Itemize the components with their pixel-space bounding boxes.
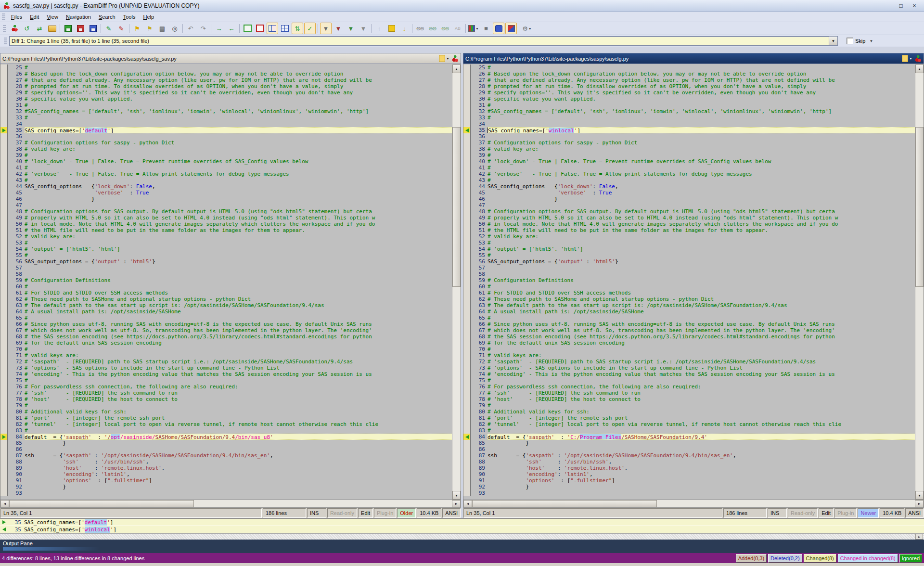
menu-item-files[interactable]: Files	[7, 13, 26, 21]
options-button[interactable]: ⚙▼	[521, 23, 533, 34]
code-line-left-45[interactable]: 45 'verbose' : True	[0, 190, 452, 196]
code-line-right-74[interactable]: 74# 'encoding' - This is the python enco…	[463, 371, 915, 377]
code-line-right-82[interactable]: 82# 'tunnel' - [integer] local port to o…	[463, 421, 915, 427]
code-line-right-59[interactable]: 59# Configuration Definitions	[463, 277, 915, 283]
find-next-button[interactable]: ◎◎	[427, 23, 438, 34]
code-line-left-79[interactable]: 79#	[0, 402, 452, 409]
code-line-right-61[interactable]: 61# For STDIO and STDIO over SSH access …	[463, 290, 915, 296]
second-header-copy-icon[interactable]: ▼	[902, 55, 912, 62]
code-line-right-50[interactable]: 50# in local mode. Note that HTML 4.0 wi…	[463, 221, 915, 227]
code-line-left-46[interactable]: 46 }	[0, 196, 452, 202]
code-line-right-48[interactable]: 48# Configuration options for SAS output…	[463, 208, 915, 215]
hscroll-left-button[interactable]: ◄	[463, 500, 472, 507]
second-editor-vscrollbar[interactable]: ▲ ▼	[915, 64, 924, 500]
code-line-left-36[interactable]: 36	[0, 133, 452, 140]
next-difference-button[interactable]: ↓	[398, 23, 410, 34]
code-line-right-77[interactable]: 77# 'ssh' - [REQUIRED] the ssh command t…	[463, 390, 915, 396]
vscroll-down-button[interactable]: ▼	[452, 491, 461, 500]
code-line-left-56[interactable]: 56SAS_output_options = {'output' : 'html…	[0, 258, 452, 265]
code-line-left-75[interactable]: 75#	[0, 377, 452, 384]
second-header-cherries-icon[interactable]	[914, 55, 922, 62]
code-line-left-47[interactable]: 47	[0, 202, 452, 208]
code-line-left-92[interactable]: 92 }	[0, 484, 452, 490]
code-line-right-72[interactable]: 72# 'saspath' - [REQUIRED] path to SAS s…	[463, 359, 915, 365]
editor-options-button[interactable]	[505, 23, 517, 34]
code-line-right-26[interactable]: 26# Based upon the lock_down configurati…	[463, 71, 915, 77]
open-files-button[interactable]	[46, 23, 58, 34]
code-line-right-44[interactable]: 44SAS_config_options = {'lock_down': Fal…	[463, 183, 915, 190]
code-line-right-41[interactable]: 41#	[463, 165, 915, 171]
code-line-right-28[interactable]: 28# prompted for at run time. To dissall…	[463, 83, 915, 90]
first-editor[interactable]: 25#26# Based upon the lock_down configur…	[0, 64, 461, 500]
code-line-left-89[interactable]: 89 'host' : 'remote.linux.host',	[0, 465, 452, 471]
code-line-right-89[interactable]: 89 'host' : 'remote.linux.host',	[463, 465, 915, 471]
first-header-cherries-icon[interactable]	[451, 55, 459, 62]
code-line-left-59[interactable]: 59# Configuration Definitions	[0, 277, 452, 283]
code-line-right-81[interactable]: 81# 'port' - [integer] the remote ssh po…	[463, 415, 915, 421]
find-button[interactable]: ◎◎	[414, 23, 426, 34]
undo-button[interactable]: ↶	[185, 23, 196, 34]
hscroll-track[interactable]	[657, 500, 915, 507]
save-both-files-button[interactable]	[87, 23, 99, 34]
redo-button[interactable]: ↷	[197, 23, 209, 34]
plugins-button[interactable]	[493, 23, 504, 34]
code-line-left-80[interactable]: 80# Additional valid keys for ssh:	[0, 409, 452, 415]
code-line-left-78[interactable]: 78# 'host' - [REQUIRED] the host to conn…	[0, 396, 452, 402]
code-line-right-84[interactable]: 84default = {'saspath' : 'C:/Program Fil…	[463, 434, 915, 440]
hscroll-left-button[interactable]: ◄	[0, 500, 9, 507]
hscroll-thumb[interactable]	[472, 500, 657, 507]
code-line-left-51[interactable]: 51# the HTML file will need to be put in…	[0, 227, 452, 233]
menu-item-tools[interactable]: Tools	[119, 13, 140, 21]
code-line-left-93[interactable]: 93	[0, 490, 452, 496]
menu-item-help[interactable]: Help	[139, 13, 158, 21]
code-line-left-86[interactable]: 86	[0, 446, 452, 452]
code-line-right-64[interactable]: 64# A usual install path is: /opt/sasins…	[463, 309, 915, 315]
code-line-left-82[interactable]: 82# 'tunnel' - [integer] local port to o…	[0, 421, 452, 427]
find-previous-button[interactable]: ◎◎	[439, 23, 451, 34]
diff-detail-row[interactable]: 35SAS_config_names=['default']	[0, 519, 924, 526]
code-line-left-39[interactable]: 39#	[0, 152, 452, 158]
code-line-right-27[interactable]: 27# that are defined already. Any necess…	[463, 77, 915, 83]
code-line-right-57[interactable]: 57	[463, 265, 915, 271]
code-line-left-81[interactable]: 81# 'port' - [integer] the remote ssh po…	[0, 415, 452, 421]
show-differences-button[interactable]: ✓	[304, 23, 316, 34]
code-line-left-29[interactable]: 29# specify options=''. This way it's sp…	[0, 90, 452, 96]
code-line-right-65[interactable]: 65#	[463, 315, 915, 321]
split-vertically-button[interactable]	[267, 23, 278, 34]
code-line-left-32[interactable]: 32#SAS_config_names = ['default', 'ssh',…	[0, 108, 452, 115]
code-line-right-88[interactable]: 88 'ssh' : '/usr/bin/ssh',	[463, 459, 915, 465]
splitter-expand-icon[interactable]: ►	[915, 534, 923, 540]
code-line-left-62[interactable]: 62# These need path to SASHome and optio…	[0, 296, 452, 302]
hscroll-track[interactable]	[194, 500, 452, 507]
code-line-left-61[interactable]: 61# For STDIO and STDIO over SSH access …	[0, 290, 452, 296]
previous-difference-button[interactable]: ↑	[373, 23, 385, 34]
view-mode-button[interactable]: ▼	[468, 23, 479, 34]
code-line-left-91[interactable]: 91 'options' : ["-fullstimer"]	[0, 477, 452, 484]
code-line-left-66[interactable]: 66# Since python uses utf-8, running SAS…	[0, 321, 452, 327]
code-line-left-71[interactable]: 71# valid keys are:	[0, 352, 452, 359]
code-line-right-31[interactable]: 31#	[463, 102, 915, 108]
first-edit-flag[interactable]: Edit	[358, 508, 373, 518]
edit-first-file-button[interactable]: ✎	[103, 23, 115, 34]
go-back-button[interactable]: ←	[226, 23, 237, 34]
code-line-right-79[interactable]: 79#	[463, 402, 915, 409]
code-line-left-74[interactable]: 74# 'encoding' - This is the python enco…	[0, 371, 452, 377]
code-line-left-73[interactable]: 73# 'options' - SAS options to include i…	[0, 365, 452, 371]
match-case-button[interactable]: AB	[452, 23, 463, 34]
code-line-left-85[interactable]: 85 }	[0, 440, 452, 446]
code-line-right-69[interactable]: 69# for the default unix SAS session enc…	[463, 340, 915, 346]
code-line-right-85[interactable]: 85 }	[463, 440, 915, 446]
recompare-button[interactable]: ↺	[21, 23, 33, 34]
go-forward-button[interactable]: →	[213, 23, 225, 34]
code-line-left-33[interactable]: 33#	[0, 115, 452, 121]
code-line-right-80[interactable]: 80# Additional valid keys for ssh:	[463, 409, 915, 415]
code-line-right-76[interactable]: 76# For passwordless ssh connection, the…	[463, 384, 915, 390]
code-line-right-51[interactable]: 51# the HTML file will need to be put in…	[463, 227, 915, 233]
code-line-right-34[interactable]: 34	[463, 121, 915, 127]
filter-show-changed-button[interactable]: ▼	[333, 23, 344, 34]
code-line-left-52[interactable]: 52# valid key are:	[0, 233, 452, 240]
code-line-right-43[interactable]: 43#	[463, 177, 915, 183]
skip-dropdown-icon[interactable]: ▼	[869, 39, 873, 43]
code-line-right-90[interactable]: 90 'encoding': 'latin1',	[463, 471, 915, 477]
vscroll-down-button[interactable]: ▼	[915, 491, 924, 500]
